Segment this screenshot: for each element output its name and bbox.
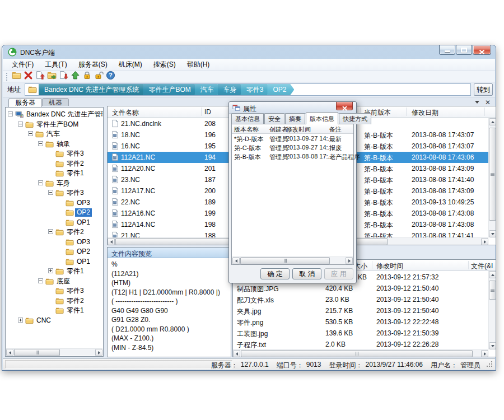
resize-grip[interactable] [491,366,492,367]
breadcrumb-segment-3[interactable]: 车身 [218,83,245,96]
tree-item[interactable]: 零件3 [6,188,103,198]
related-file-row[interactable]: 夹具.jpg215.7 KB2013-09-12 21:50:40 [233,305,488,316]
related-horizontal-scrollbar[interactable] [233,349,488,357]
tab-server[interactable]: 服务器 [8,98,42,107]
address-input[interactable]: Bandex DNC 先进生产管理系统零件生产BOM汽车车身零件3OP2 [25,83,471,96]
tree-item[interactable]: 零件2 [6,296,103,306]
apply-button[interactable]: 应 用 [324,268,353,279]
scroll-up-button[interactable] [489,271,496,278]
version-row[interactable]: *第-D-版本管理员2013-09-27 14:...最新 [232,134,353,143]
dialog-tab-2[interactable]: 摘要 [285,113,305,124]
version-table-header[interactable]: 版本名称 创建者 修改时间 备注 [232,124,353,134]
dialog-horizontal-scrollbar[interactable] [232,256,353,264]
version-row[interactable]: 第-C-版本管理员2013-09-27 14:...报废 [232,143,353,152]
scroll-right-button[interactable] [346,257,353,264]
tree-item[interactable]: OP3 [6,198,103,208]
scroll-right-button[interactable] [95,349,102,356]
ok-button[interactable]: 确 定 [260,268,290,279]
tree-item[interactable]: CNC [6,316,103,325]
tree-item[interactable]: Bandex DNC 先进生产管理系统 [6,110,103,119]
menu-item-1[interactable]: 工具(T) [39,58,72,71]
scrollbar-thumb[interactable] [241,350,473,357]
version-row[interactable]: 第-B-版本管理员2013-08-08 17:...老产品程序 [232,152,353,161]
column-header-name[interactable]: 文件名称 [112,108,139,118]
titlebar[interactable]: DNC客户端 [2,45,496,59]
dialog-tab-4[interactable]: 快捷方式 [339,113,371,124]
related-file-row[interactable]: 工装图.jpg139.6 KB2013-09-12 21:50:39 [233,328,488,339]
tree-item[interactable]: 轴承 [6,139,103,149]
expand-plus-icon[interactable] [18,318,23,323]
breadcrumb-segment-4[interactable]: 零件3 [241,83,272,96]
breadcrumb-segment-2[interactable]: 汽车 [195,83,222,96]
scrollbar-thumb[interactable] [489,128,496,221]
related-vertical-scrollbar[interactable] [488,271,496,349]
help-button[interactable]: ? [105,71,116,82]
scrollbar-thumb[interactable] [240,257,330,264]
scroll-left-button[interactable] [108,238,115,245]
collapse-minus-icon[interactable] [28,131,33,136]
scrollbar-thumb[interactable] [14,349,60,356]
related-file-row[interactable]: 配刀文件.xls23.0 KB2013-09-12 21:50:40 [233,294,488,305]
tree-item[interactable]: 零件2 [6,227,103,237]
expand-plus-icon[interactable] [48,268,53,273]
column-header-time[interactable]: 修改时间 [376,262,403,271]
tree-item[interactable]: 零件1 [6,169,103,178]
upload-arrow-button[interactable] [69,71,81,82]
tree-item[interactable]: OP1 [6,218,103,227]
minimize-button[interactable] [439,45,455,55]
dialog-tab-0[interactable]: 基本信息 [231,113,264,124]
tree-horizontal-scrollbar[interactable] [6,348,102,356]
related-file-row[interactable]: 子程序.txt2.0 KB2013-09-12 22:26:28 [233,339,488,350]
tree-item[interactable]: 底座 [6,277,103,286]
tree-item[interactable]: OP2 [6,208,103,217]
chevron-down-icon[interactable] [475,101,479,106]
maximize-button[interactable] [456,45,472,55]
column-header-date[interactable]: 修改日期 [412,108,438,118]
scroll-left-button[interactable] [6,349,13,356]
tree-item[interactable]: 零件1 [6,267,103,276]
collapse-minus-icon[interactable] [8,111,13,116]
menu-item-3[interactable]: 机床(M) [113,58,148,71]
related-file-row[interactable]: 零件.png530.5 KB2013-09-12 22:22:48 [233,316,488,328]
collapse-minus-icon[interactable] [48,229,53,234]
collapse-minus-icon[interactable] [38,141,43,146]
scroll-down-button[interactable] [489,230,496,237]
column-header-version-name[interactable]: 版本名称 [234,125,259,134]
collapse-minus-icon[interactable] [38,180,43,185]
collapse-minus-icon[interactable] [48,190,53,195]
file-list-vertical-scrollbar[interactable] [488,118,496,237]
checkout-doc-button[interactable] [58,71,69,82]
column-header-id[interactable]: ID [204,108,211,116]
cancel-button[interactable]: 取 消 [292,268,321,279]
close-panel-icon[interactable]: ✕ [485,99,491,106]
scroll-left-button[interactable] [233,350,240,357]
folder-send-button[interactable] [46,71,58,82]
tree-item[interactable]: OP2 [6,247,103,256]
breadcrumb-segment-5[interactable]: OP2 [267,83,294,96]
breadcrumb-segment-1[interactable]: 零件生产BOM [143,83,198,96]
menu-item-4[interactable]: 搜索(S) [148,58,181,71]
menu-item-2[interactable]: 服务器(S) [73,58,113,71]
column-header-modified[interactable]: 修改时间 [286,125,311,134]
scroll-down-button[interactable] [489,342,496,349]
tree-item[interactable]: 零件3 [6,149,103,158]
scroll-right-button[interactable] [481,238,488,245]
column-header-creator[interactable]: 创建者 [269,125,288,134]
menu-item-0[interactable]: 文件(F) [6,58,39,71]
delete-button[interactable] [22,71,34,82]
column-header-file[interactable]: 文件(&I [471,262,493,271]
collapse-minus-icon[interactable] [18,122,23,127]
tree-item[interactable]: 零件1 [6,306,103,315]
breadcrumb-segment-0[interactable]: Bandex DNC 先进生产管理系统 [39,83,147,96]
tree-item[interactable]: 零件3 [6,286,103,296]
toolbar-grip[interactable] [6,73,7,81]
tree-item[interactable]: 零件生产BOM [6,120,103,129]
close-button[interactable] [473,45,491,55]
scroll-left-button[interactable] [232,257,240,264]
tree-item[interactable]: 汽车 [6,129,103,139]
dialog-close-button[interactable] [336,102,353,110]
scrollbar-thumb[interactable] [489,281,496,300]
scroll-right-button[interactable] [481,350,488,357]
collapse-minus-icon[interactable] [38,278,43,283]
column-header-remark[interactable]: 备注 [329,125,342,134]
